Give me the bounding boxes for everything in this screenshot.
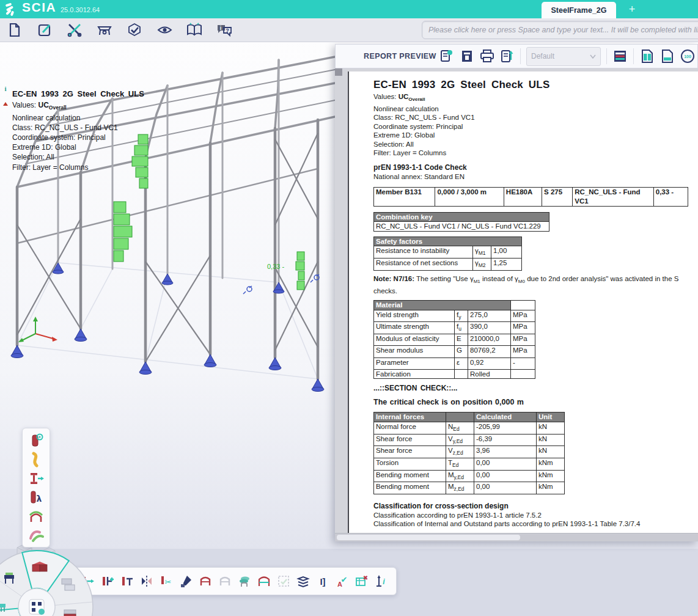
new-project-icon bbox=[7, 23, 22, 37]
solid-check-button[interactable] bbox=[123, 20, 145, 40]
frame-view-button[interactable] bbox=[94, 20, 116, 40]
left-input-dock: λ bbox=[22, 428, 50, 548]
max-uc-label: 0,33 - bbox=[267, 263, 284, 270]
portal-frame-ghost-button[interactable] bbox=[216, 570, 233, 592]
insert-item-button[interactable] bbox=[457, 46, 477, 66]
dimension-button[interactable]: i bbox=[373, 570, 390, 592]
check-info-line: Class: RC_NC_ULS - Fund VC1 bbox=[12, 123, 144, 133]
project-tab[interactable]: SteelFrame_2G bbox=[542, 2, 616, 18]
paint-properties-button[interactable] bbox=[177, 570, 194, 592]
spotlight-wheel-menu[interactable] bbox=[0, 546, 101, 616]
force-value-cell: 3,96 bbox=[474, 446, 537, 458]
material-row: Modulus of elasticity E 210000,0 MPa bbox=[374, 334, 535, 346]
report-scrollbar-thumb[interactable] bbox=[337, 535, 520, 540]
brand-name: SCIA bbox=[22, 0, 56, 15]
material-header: Material bbox=[374, 301, 511, 310]
load-panel-button[interactable] bbox=[236, 570, 253, 592]
layers-button[interactable] bbox=[295, 570, 312, 592]
force-value-cell: 0,00 bbox=[474, 458, 537, 471]
column-settings-button[interactable] bbox=[25, 432, 47, 449]
svg-text:i: i bbox=[220, 25, 222, 31]
forces-header: Internal forces bbox=[374, 413, 446, 422]
member-section-cell: HE180A bbox=[504, 187, 542, 206]
layers-icon bbox=[296, 574, 310, 588]
material-value-cell: 80769,2 bbox=[468, 346, 511, 358]
member-id-cell: Member B131 bbox=[374, 187, 435, 206]
delete-table-button[interactable]: ✖ bbox=[353, 570, 370, 592]
project-tab-label: SteelFrame_2G bbox=[551, 6, 606, 15]
material-symbol-cell: E bbox=[455, 334, 468, 346]
force-unit-cell: kN bbox=[537, 434, 565, 446]
zoom-100-icon: 100 bbox=[680, 48, 696, 64]
report-scroll-corner bbox=[335, 68, 342, 76]
tools-button[interactable] bbox=[64, 20, 86, 40]
chevron-down-icon bbox=[590, 54, 596, 59]
new-tab-button[interactable]: + bbox=[625, 2, 639, 16]
force-value-cell: 0,00 bbox=[474, 482, 537, 494]
material-label-cell: Parameter bbox=[374, 358, 455, 370]
edit-button[interactable] bbox=[34, 20, 56, 40]
report-horizontal-scrollbar[interactable] bbox=[335, 533, 698, 541]
member-position-cell: 0,000 / 3,000 m bbox=[435, 187, 504, 206]
note-line: Note: N7/16: The setting "Use γM1 instea… bbox=[373, 274, 698, 287]
help-button[interactable]: i ? bbox=[213, 20, 235, 40]
selection-ghost-button[interactable] bbox=[275, 570, 292, 592]
single-page-view-button[interactable] bbox=[657, 46, 677, 66]
center-qr-icon[interactable] bbox=[29, 600, 45, 615]
material-symbol-cell bbox=[455, 370, 468, 379]
internal-forces-table: Internal forces Calculated Unit Normal f… bbox=[373, 412, 565, 494]
forces-calc-header: Calculated bbox=[474, 413, 537, 422]
check-spelling-icon: A✔ bbox=[335, 574, 350, 588]
export-report-button[interactable] bbox=[497, 46, 517, 66]
internal-force-row: Shear force Vy,Ed -6,39 kN bbox=[374, 434, 565, 446]
two-page-view-button[interactable] bbox=[637, 46, 657, 66]
report-preview-title: REPORT PREVIEW bbox=[364, 52, 436, 61]
frame-arch-icon bbox=[28, 508, 45, 525]
library-button[interactable] bbox=[183, 20, 205, 40]
force-unit-cell: kNm bbox=[537, 482, 565, 494]
portal-frame-button[interactable] bbox=[197, 570, 214, 592]
safety-label-cell: Resistance of net sections bbox=[374, 258, 473, 271]
svg-text:✂: ✂ bbox=[165, 578, 172, 587]
member-summary-row: Member B131 0,000 / 3,000 m HE180A S 275… bbox=[374, 187, 688, 206]
load-panel-icon bbox=[237, 574, 252, 588]
connect-member-button[interactable] bbox=[99, 570, 116, 592]
material-table: Material Yield strength fy 275,0 MPa Ult… bbox=[373, 300, 535, 379]
safety-label-cell: Resistance to instability bbox=[374, 246, 473, 258]
report-values-line: Values: UCOverall bbox=[373, 92, 698, 105]
connect-member-icon bbox=[100, 574, 115, 588]
trim-button[interactable]: ✂ bbox=[158, 570, 175, 592]
curved-member-button[interactable] bbox=[25, 451, 47, 468]
report-preview-body[interactable]: EC-EN 1993 2G Steel Check ULS Values: UC… bbox=[335, 68, 698, 541]
table-style-button[interactable] bbox=[610, 46, 630, 66]
search-input[interactable] bbox=[422, 21, 698, 39]
frame-arch-button[interactable] bbox=[25, 508, 47, 524]
print-button[interactable] bbox=[477, 46, 497, 66]
material-symbol-cell: fy bbox=[455, 310, 468, 322]
mirror-button[interactable] bbox=[138, 570, 155, 592]
frame-opening-button[interactable] bbox=[255, 570, 273, 592]
frame-opening-icon bbox=[257, 574, 271, 588]
rename-button[interactable]: I] bbox=[314, 570, 331, 592]
cross-section-button[interactable] bbox=[25, 470, 47, 486]
stability-lambda-button[interactable]: λ bbox=[25, 489, 47, 505]
combination-key-table: Combination key RC_NC_ULS - Fund VC1 / N… bbox=[373, 212, 549, 232]
report-template-value: Default bbox=[531, 52, 590, 61]
node-connect-button[interactable] bbox=[119, 570, 136, 592]
zoom-100-button[interactable]: 100 bbox=[677, 46, 697, 66]
shell-button[interactable] bbox=[25, 527, 47, 543]
check-spelling-button[interactable]: A✔ bbox=[334, 570, 351, 592]
internal-force-row: Normal force NEd -205,99 kN bbox=[374, 422, 565, 434]
force-label-cell: Bending moment bbox=[374, 482, 446, 494]
visibility-button[interactable] bbox=[153, 20, 175, 40]
report-info-line: Class: RC_NC_ULS - Fund VC1 bbox=[373, 113, 698, 122]
new-project-button[interactable] bbox=[4, 20, 26, 40]
forces-unit-header: Unit bbox=[537, 413, 565, 422]
note-line-2: checks. bbox=[373, 287, 698, 296]
overlay-info-icon[interactable]: i bbox=[2, 86, 9, 103]
report-template-dropdown[interactable]: Default bbox=[526, 47, 601, 66]
force-label-cell: Normal force bbox=[374, 422, 446, 434]
regenerate-report-button[interactable] bbox=[436, 46, 457, 66]
safety-factors-header: Safety factors bbox=[374, 237, 522, 246]
visibility-icon bbox=[156, 23, 173, 37]
